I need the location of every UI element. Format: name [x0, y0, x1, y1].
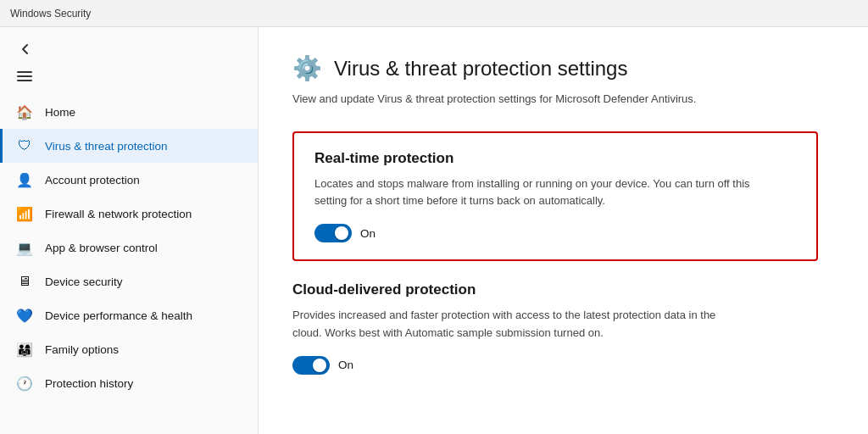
hamburger-line — [17, 80, 32, 81]
main-layout: 🏠Home🛡Virus & threat protection👤Account … — [0, 27, 868, 434]
sidebar-top — [0, 27, 258, 92]
toggle-realtime[interactable] — [314, 224, 352, 242]
appbrowser-icon: 💻 — [16, 239, 33, 256]
hamburger-line — [17, 75, 32, 77]
account-icon: 👤 — [16, 171, 33, 188]
sidebar-label-virus: Virus & threat protection — [45, 140, 168, 153]
sidebar-item-firewall[interactable]: 📶Firewall & network protection — [0, 197, 258, 231]
card-realtime: Real-time protectionLocates and stops ma… — [292, 131, 818, 262]
sidebar-item-family[interactable]: 👨‍👩‍👧Family options — [0, 332, 258, 366]
sidebar-item-virus[interactable]: 🛡Virus & threat protection — [0, 129, 258, 163]
card-title-cloud: Cloud-delivered protection — [292, 281, 818, 298]
title-bar: Windows Security — [0, 0, 868, 27]
sidebar-item-home[interactable]: 🏠Home — [0, 95, 258, 129]
sidebar-item-account[interactable]: 👤Account protection — [0, 163, 258, 197]
page-title: Virus & threat protection settings — [334, 57, 627, 81]
main-content: ⚙️ Virus & threat protection settings Vi… — [259, 27, 868, 434]
card-desc-realtime: Locates and stops malware from installin… — [314, 175, 755, 211]
card-title-realtime: Real-time protection — [314, 150, 796, 167]
page-subtitle: View and update Virus & threat protectio… — [292, 91, 733, 108]
card-desc-cloud: Provides increased and faster protection… — [292, 307, 733, 342]
sidebar-label-devicesec: Device security — [45, 275, 123, 288]
home-icon: 🏠 — [16, 103, 33, 120]
sidebar-label-family: Family options — [45, 343, 119, 356]
sidebar-item-deviceperf[interactable]: 💙Device performance & health — [0, 298, 258, 332]
sidebar-label-deviceperf: Device performance & health — [45, 309, 192, 322]
toggle-cloud[interactable] — [292, 356, 330, 375]
sidebar-label-home: Home — [45, 106, 75, 119]
page-header: ⚙️ Virus & threat protection settings — [292, 54, 834, 82]
sidebar-item-history[interactable]: 🕐Protection history — [0, 366, 258, 400]
toggle-row-realtime: On — [314, 224, 796, 242]
sidebar-label-appbrowser: App & browser control — [45, 242, 158, 254]
nav-list: 🏠Home🛡Virus & threat protection👤Account … — [0, 95, 258, 400]
sidebar-label-account: Account protection — [45, 174, 140, 186]
toggle-label-realtime: On — [360, 227, 376, 240]
back-icon — [19, 43, 31, 55]
toggle-thumb-realtime — [335, 226, 348, 240]
toggle-row-cloud: On — [292, 356, 818, 375]
sidebar-label-history: Protection history — [45, 377, 133, 390]
deviceperf-icon: 💙 — [16, 307, 33, 324]
sidebar-item-appbrowser[interactable]: 💻App & browser control — [0, 231, 258, 264]
title-bar-text: Windows Security — [10, 8, 91, 19]
cards-container: Real-time protectionLocates and stops ma… — [292, 131, 834, 375]
family-icon: 👨‍👩‍👧 — [16, 341, 33, 358]
devicesec-icon: 🖥 — [16, 273, 33, 290]
sidebar-item-devicesec[interactable]: 🖥Device security — [0, 264, 258, 298]
hamburger-menu[interactable] — [14, 68, 37, 85]
toggle-label-cloud: On — [338, 359, 353, 371]
toggle-thumb-cloud — [313, 359, 326, 372]
sidebar: 🏠Home🛡Virus & threat protection👤Account … — [0, 27, 259, 434]
back-button[interactable] — [14, 37, 37, 61]
hamburger-line — [17, 71, 32, 73]
firewall-icon: 📶 — [16, 205, 33, 222]
history-icon: 🕐 — [16, 375, 33, 392]
virus-icon: 🛡 — [16, 137, 33, 154]
page-header-icon: ⚙️ — [292, 54, 322, 82]
card-cloud: Cloud-delivered protectionProvides incre… — [292, 281, 818, 375]
sidebar-label-firewall: Firewall & network protection — [45, 208, 192, 220]
